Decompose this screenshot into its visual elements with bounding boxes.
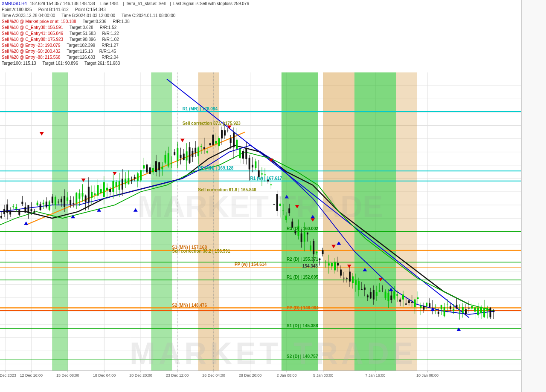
line-label: Line:1481 — [100, 1, 119, 6]
sell10-88-label: Sell %10 @ C_Entry88: 175.923 — [2, 37, 63, 42]
target10-88: Target:90.896 — [70, 37, 96, 42]
header-info: XMRUSD.H4 152.629 154.357 146.138 148.13… — [2, 1, 253, 66]
sell20-50-label: Sell %20 @ Entry -50: 200.432 — [2, 49, 60, 54]
point-b-label: Point B:141.612 — [38, 7, 69, 12]
target-88: Target:126.633 — [67, 55, 95, 60]
sell10-38-label: Sell %10 @ C_Entry38: 156.591 — [2, 25, 63, 30]
point-c-label: Point C:154.343 — [75, 7, 106, 12]
rr-sell-market: R/R:1.38 — [113, 19, 129, 24]
rr10-41: R/R:1.22 — [102, 31, 119, 36]
target10-38: Target:0.628 — [70, 25, 93, 30]
symbol-label: XMRUSD.H4 — [2, 1, 27, 6]
sell10-41-label: Sell %10 @ C_Entry41: 165.846 — [2, 31, 63, 36]
chart-container: XMRUSD.H4 152.629 154.357 146.138 148.13… — [0, 0, 546, 392]
sell10-23-label: Sell %10 @ Entry -23: 190.079 — [2, 43, 60, 48]
prices-label: 152.629 154.357 146.138 148.138 — [30, 1, 95, 6]
sell-market-label: Sell %20 @ Market price or at: 150.188 — [2, 19, 76, 24]
watermark: MARKET TRADE — [130, 336, 416, 371]
rr10-38: R/R:1.52 — [100, 25, 116, 30]
target-sell-market: Target:0.236 — [83, 19, 107, 24]
y-axis-labels — [521, 0, 546, 392]
target100-label: Target100: 115.13 — [2, 61, 36, 66]
target261-label: Target 261: 51.683 — [84, 61, 120, 66]
rr10-88: R/R:1.02 — [102, 37, 119, 42]
target-50: Target:115.13 — [67, 49, 93, 54]
target10-41: Target:51.683 — [70, 31, 96, 36]
rr-23: R/R:1.27 — [102, 43, 118, 48]
target-23: Target:102.399 — [67, 43, 95, 48]
time-c-label: Time C:2024.01.11 08:00:00 — [122, 13, 175, 18]
rr-88: R/R:2.04 — [102, 55, 118, 60]
target161-label: Target 161: 90.896 — [43, 61, 78, 66]
time-b-label: Time B:2024.01.03 12:00:00 — [61, 13, 115, 18]
last-signal-label: Last Signal is:Sell with stoploss:259.07… — [173, 1, 249, 6]
terra-label: terra_h1_status: Sell — [127, 1, 166, 6]
point-a-label: Point A:180.825 — [2, 7, 32, 12]
rr-50: R/R:1.45 — [99, 49, 116, 54]
x-axis-labels — [0, 383, 546, 390]
time-a-label: Time A:2023.12.28 04:00:00 — [2, 13, 55, 18]
sell20-88-label: Sell %20 @ Entry -88: 215.568 — [2, 55, 60, 60]
